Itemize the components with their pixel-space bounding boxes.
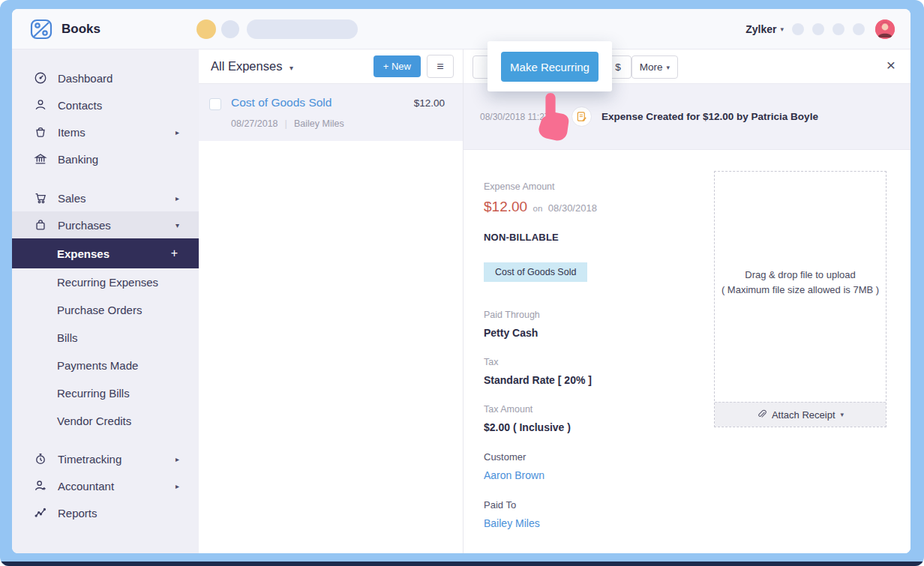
sidebar-item-expenses-active[interactable]: Expenses + — [12, 238, 199, 268]
sidebar-item-timetracking[interactable]: Timetracking ▸ — [12, 445, 199, 472]
expense-amount-line: $12.00 on 08/30/2018 — [484, 199, 709, 215]
detail-body: Expense Amount $12.00 on 08/30/2018 NON-… — [464, 150, 910, 553]
sidebar-label: Reports — [58, 507, 98, 520]
more-button[interactable]: More ▾ — [632, 55, 678, 79]
new-button-label: New — [392, 61, 411, 72]
sidebar-item-payments-made[interactable]: Payments Made — [12, 352, 199, 379]
sidebar-item-purchases[interactable]: Purchases ▾ — [12, 211, 199, 238]
sidebar-item-banking[interactable]: Banking — [12, 145, 199, 172]
sidebar-item-dashboard[interactable]: Dashboard — [12, 64, 199, 91]
org-name[interactable]: Zylker — [746, 23, 776, 35]
topbar-icon-3[interactable] — [832, 23, 844, 35]
category-tag: Cost of Goods Sold — [484, 262, 587, 282]
sidebar-item-accountant[interactable]: Accountant ▸ — [12, 472, 199, 499]
hand-cursor-icon — [530, 88, 580, 142]
close-icon[interactable]: × — [886, 57, 896, 73]
on-word: on — [533, 204, 543, 213]
sidebar-item-purchase-orders[interactable]: Purchase Orders — [12, 296, 199, 324]
expense-row-amount: $12.00 — [414, 97, 445, 109]
sidebar-gap — [12, 172, 199, 184]
row-checkbox[interactable] — [209, 98, 221, 110]
list-header: All Expenses ▾ + New ≡ — [199, 49, 463, 84]
list-filter-dropdown[interactable]: All Expenses ▾ — [211, 59, 293, 73]
sidebar-item-items[interactable]: Items ▸ — [12, 118, 199, 145]
purchases-icon — [34, 218, 47, 232]
tax-group: Tax Standard Rate [ 20% ] — [484, 357, 709, 386]
dropzone-line1: Drag & drop file to upload — [715, 268, 886, 283]
app-title: Books — [62, 22, 100, 37]
make-recurring-button[interactable]: Make Recurring — [501, 52, 598, 82]
sidebar-label: Purchase Orders — [57, 304, 142, 316]
make-recurring-callout: Make Recurring — [488, 41, 612, 91]
sidebar-item-bills[interactable]: Bills — [12, 324, 199, 352]
history-entry-text: Expense Created for $12.00 by Patricia B… — [602, 111, 818, 122]
topbar-icon-4[interactable] — [853, 23, 865, 35]
sidebar-item-sales[interactable]: Sales ▸ — [12, 184, 199, 211]
sidebar-item-vendor-credits[interactable]: Vendor Credits — [12, 407, 199, 435]
expense-list-row[interactable]: Cost of Goods Sold 08/27/2018 | Bailey M… — [199, 84, 463, 141]
avatar[interactable] — [875, 19, 895, 39]
hamburger-icon: ≡ — [436, 60, 443, 73]
screenshot-frame: Books Zylker ▾ — [0, 0, 924, 566]
receipt-dropzone[interactable]: Drag & drop file to upload ( Maximum fil… — [714, 171, 886, 427]
topbar-icon-1[interactable] — [792, 23, 804, 35]
expense-row-title[interactable]: Cost of Goods Sold — [231, 96, 406, 109]
sidebar-item-reports[interactable]: Reports — [12, 499, 199, 526]
reports-icon — [34, 506, 47, 520]
customer-group: Customer Aaron Brown — [484, 451, 709, 481]
tax-label: Tax — [484, 357, 709, 367]
notification-dot-icon[interactable] — [196, 19, 216, 39]
expense-date: 08/30/2018 — [548, 202, 597, 214]
chevron-right-icon: ▸ — [176, 194, 179, 202]
list-view-options-button[interactable]: ≡ — [427, 55, 454, 78]
attach-receipt-button[interactable]: Attach Receipt ▾ — [715, 402, 886, 427]
expense-fields: Expense Amount $12.00 on 08/30/2018 NON-… — [484, 171, 709, 553]
new-expense-button[interactable]: + New — [374, 55, 421, 77]
accountant-icon — [34, 479, 47, 493]
paid-through-label: Paid Through — [484, 310, 709, 320]
topbar: Books Zylker ▾ — [12, 9, 910, 49]
banking-icon — [34, 152, 47, 166]
search-bar[interactable] — [247, 19, 358, 39]
separator: | — [285, 118, 287, 129]
sales-icon — [34, 191, 47, 205]
expense-row-subtitle: 08/27/2018 | Bailey Miles — [231, 118, 406, 129]
customer-link[interactable]: Aaron Brown — [484, 469, 709, 481]
expense-row-date: 08/27/2018 — [231, 118, 278, 129]
sidebar-label: Banking — [58, 153, 98, 166]
sidebar-item-recurring-expenses[interactable]: Recurring Expenses — [12, 268, 199, 296]
books-logo-icon — [28, 16, 54, 42]
chevron-right-icon: ▸ — [176, 482, 179, 490]
paid-to-link[interactable]: Bailey Miles — [484, 517, 709, 529]
topbar-right: Zylker ▾ — [746, 19, 895, 39]
tax-amount-group: Tax Amount $2.00 ( Inclusive ) — [484, 404, 709, 433]
items-icon — [34, 125, 47, 139]
sidebar-label: Purchases — [58, 219, 111, 232]
paid-through-group: Paid Through Petty Cash — [484, 310, 709, 339]
topbar-icon-2[interactable] — [812, 23, 824, 35]
chevron-down-icon: ▾ — [290, 64, 293, 72]
avatar-face-icon — [875, 19, 895, 39]
row-main: Cost of Goods Sold 08/27/2018 | Bailey M… — [231, 96, 406, 129]
chevron-right-icon: ▸ — [176, 128, 179, 136]
sidebar-label: Payments Made — [57, 359, 138, 372]
sidebar-gap — [12, 435, 199, 445]
sidebar-item-recurring-bills[interactable]: Recurring Bills — [12, 379, 199, 407]
tax-value: Standard Rate [ 20% ] — [484, 374, 709, 386]
dropzone-line2: ( Maximum file size allowed is 7MB ) — [715, 283, 886, 298]
paid-to-group: Paid To Bailey Miles — [484, 499, 709, 529]
tax-amount-value: $2.00 ( Inclusive ) — [484, 421, 709, 433]
plus-icon: + — [383, 61, 389, 72]
sidebar-label: Expenses — [57, 247, 110, 260]
expense-row-payee: Bailey Miles — [294, 118, 344, 129]
sidebar-item-contacts[interactable]: Contacts — [12, 91, 199, 118]
sidebar-label: Contacts — [58, 99, 102, 112]
plus-icon[interactable]: + — [171, 247, 178, 260]
chevron-down-icon: ▾ — [841, 411, 844, 418]
sidebar-label: Accountant — [58, 480, 114, 493]
billable-status: NON-BILLABLE — [484, 232, 709, 243]
placeholder-dot-icon[interactable] — [221, 20, 239, 38]
sidebar-label: Sales — [58, 192, 86, 205]
chevron-right-icon: ▸ — [176, 455, 179, 463]
sidebar-label: Timetracking — [58, 453, 122, 466]
